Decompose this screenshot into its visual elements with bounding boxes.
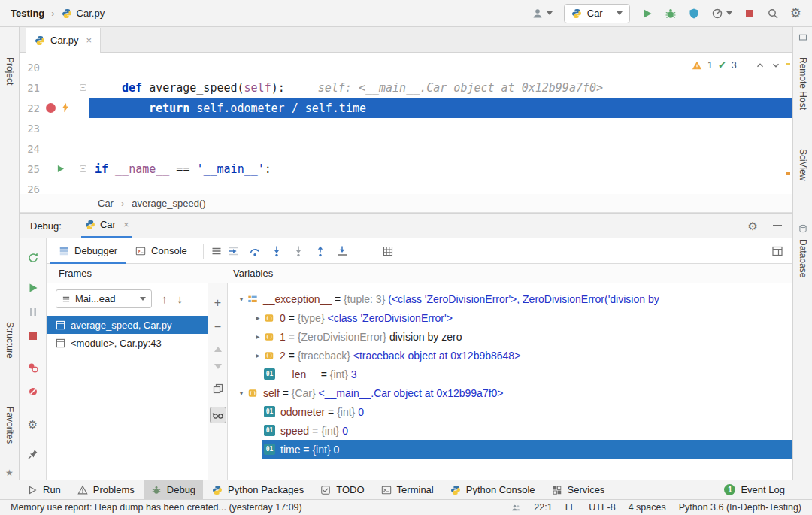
editor-line[interactable]: 26: [20, 179, 792, 194]
indent-style[interactable]: 4 spaces: [629, 502, 666, 513]
gutter[interactable]: [40, 98, 89, 118]
remote-host-icon[interactable]: [798, 33, 807, 42]
editor-line[interactable]: 23: [20, 118, 792, 138]
editor-tab-carpy[interactable]: Car.py ×: [26, 28, 101, 53]
step-out-button[interactable]: [314, 245, 326, 257]
variable-row[interactable]: odometer = {int} 0: [228, 402, 792, 421]
file-encoding[interactable]: UTF-8: [589, 502, 615, 513]
stop-button[interactable]: [27, 330, 39, 342]
move-down-icon[interactable]: [214, 364, 222, 369]
python-interpreter[interactable]: Python 3.6 (In-Depth-Testing): [679, 502, 801, 513]
code-text[interactable]: return self.odometer / self.time: [89, 98, 792, 118]
gutter[interactable]: [40, 57, 89, 77]
editor-line-execution-point[interactable]: 22 return self.odometer / self.time: [20, 98, 792, 118]
toolwindow-button-services[interactable]: Services: [544, 480, 613, 499]
variable-row[interactable]: ▸ 0 = {type} <class 'ZeroDivisionError'>: [228, 308, 792, 327]
prev-problem-button[interactable]: [755, 60, 765, 71]
variable-row[interactable]: ▸ 1 = {ZeroDivisionError} division by ze…: [228, 327, 792, 346]
close-icon[interactable]: ×: [86, 35, 92, 46]
code-text[interactable]: def average_speed(self):self: <__main__.…: [89, 77, 792, 98]
toolwindow-stripe-favorites[interactable]: Favorites: [5, 407, 15, 444]
breadcrumb-item-class[interactable]: Car: [98, 198, 114, 209]
layout-options-button[interactable]: [211, 245, 223, 257]
toolwindow-button-python-console[interactable]: Python Console: [443, 480, 543, 499]
variable-row[interactable]: ▸ 2 = {traceback} <traceback object at 0…: [228, 346, 792, 365]
thread-selector[interactable]: Mai...ead: [56, 289, 152, 308]
people-icon[interactable]: [511, 503, 521, 513]
editor-line[interactable]: 25 if __name__ == '__main__':: [20, 159, 792, 179]
show-execution-point-button[interactable]: [227, 245, 239, 257]
stop-button[interactable]: [744, 8, 756, 20]
toolwindow-stripe-project[interactable]: Project: [5, 57, 15, 85]
toolwindow-button-terminal[interactable]: Terminal: [374, 480, 441, 499]
code-text[interactable]: [89, 118, 792, 138]
tab-debugger[interactable]: Debugger: [50, 238, 126, 264]
step-over-button[interactable]: [249, 245, 261, 257]
add-watch-button[interactable]: +: [214, 297, 221, 309]
resume-button[interactable]: [27, 282, 39, 294]
minimize-button[interactable]: [773, 225, 782, 226]
toolwindow-button-event-log[interactable]: 1 Event Log: [717, 480, 792, 499]
inspection-widget[interactable]: 1 ✔ 3: [692, 59, 781, 71]
scrollbar-warning-mark[interactable]: [786, 63, 790, 65]
toolwindow-stripe-sciview[interactable]: SciView: [798, 149, 808, 180]
toolwindow-button-problems[interactable]: Problems: [70, 480, 142, 499]
toolwindow-stripe-structure[interactable]: Structure: [5, 322, 15, 359]
next-frame-button[interactable]: ↓: [177, 293, 183, 304]
chevron-down-icon[interactable]: ▾: [235, 389, 247, 397]
code-text[interactable]: [89, 57, 792, 77]
close-icon[interactable]: ×: [123, 219, 129, 230]
toolwindow-stripe-database[interactable]: Database: [798, 239, 808, 277]
scrollbar-warning-mark[interactable]: [786, 172, 790, 175]
run-to-cursor-button[interactable]: [336, 245, 348, 257]
previous-frame-button[interactable]: ↑: [162, 293, 168, 304]
variable-row[interactable]: ▾ self = {Car} <__main__.Car object at 0…: [228, 383, 792, 402]
gutter[interactable]: [40, 138, 89, 159]
frame-row[interactable]: average_speed, Car.py: [47, 316, 208, 334]
debug-settings-button[interactable]: ⚙: [748, 220, 758, 232]
debug-layout-settings-button[interactable]: ⚙: [28, 419, 38, 430]
fold-marker-icon[interactable]: [80, 165, 86, 172]
toolwindow-button-run[interactable]: Run: [20, 480, 68, 499]
coverage-button[interactable]: [688, 8, 700, 20]
run-configuration-select[interactable]: Car: [564, 4, 630, 23]
next-problem-button[interactable]: [771, 60, 781, 71]
fold-marker-icon[interactable]: [80, 84, 86, 91]
show-watches-toggle[interactable]: [210, 407, 226, 423]
toolwindow-button-debug[interactable]: Debug: [144, 480, 203, 499]
restore-layout-button[interactable]: [771, 245, 783, 257]
tab-console[interactable]: Console: [126, 238, 196, 264]
frame-row[interactable]: <module>, Car.py:43: [47, 334, 208, 352]
chevron-down-icon[interactable]: ▾: [235, 295, 247, 303]
view-breakpoints-grid-button[interactable]: [382, 245, 394, 257]
toolwindow-stripe-remote-host[interactable]: Remote Host: [798, 57, 808, 110]
editor-line[interactable]: 20: [20, 57, 792, 77]
pause-button[interactable]: [27, 306, 39, 318]
move-up-icon[interactable]: [214, 347, 222, 352]
force-step-into-button[interactable]: [292, 245, 304, 257]
chevron-right-icon[interactable]: ▸: [252, 332, 264, 341]
toolwindow-button-todo[interactable]: TODO: [313, 480, 371, 499]
variable-row[interactable]: speed = {int} 0: [228, 421, 792, 440]
line-separator[interactable]: LF: [565, 502, 577, 513]
copy-icon[interactable]: [212, 383, 224, 395]
gutter[interactable]: [40, 179, 89, 194]
variable-row-selected[interactable]: time = {int} 0: [228, 440, 792, 459]
code-text[interactable]: [89, 138, 792, 159]
run-button[interactable]: [641, 8, 653, 20]
breakpoint-icon[interactable]: [46, 103, 56, 113]
view-breakpoints-button[interactable]: [27, 362, 39, 374]
chevron-right-icon[interactable]: ▸: [252, 314, 264, 322]
database-icon[interactable]: [798, 224, 807, 233]
gutter[interactable]: [40, 118, 89, 138]
chevron-right-icon[interactable]: ▸: [252, 351, 264, 359]
gutter[interactable]: [40, 77, 89, 98]
code-text[interactable]: [89, 179, 792, 194]
mute-breakpoints-button[interactable]: [27, 386, 39, 398]
settings-button[interactable]: ⚙: [790, 7, 801, 20]
status-message[interactable]: Memory use report: Heap dump has been cr…: [11, 502, 302, 513]
debug-session-tab[interactable]: Car ×: [81, 214, 133, 238]
toolwindow-button-python-packages[interactable]: Python Packages: [205, 480, 311, 499]
variable-row[interactable]: ▾ __exception__ = {tuple: 3} (<class 'Ze…: [228, 289, 792, 308]
star-icon[interactable]: ★: [5, 468, 14, 478]
